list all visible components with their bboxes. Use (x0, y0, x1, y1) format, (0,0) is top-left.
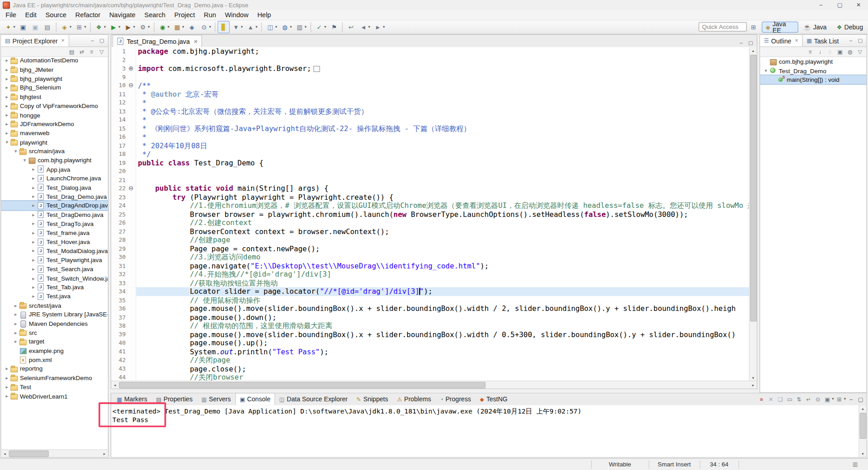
outline-sort-icon[interactable]: ↓ (816, 47, 824, 56)
tree-item-src[interactable]: ▸src (1, 328, 108, 337)
code-line-17[interactable]: 17 * 2024年10月08日 (111, 141, 750, 150)
display-selected-console-button[interactable]: ▣▾ (823, 395, 834, 403)
scroll-right-icon[interactable]: ▸ (750, 381, 757, 389)
tree-item-jdframeworkdemo[interactable]: ▸JDFrameworkDemo (1, 119, 108, 128)
clear-console-icon[interactable]: ▭ (786, 395, 794, 403)
scrollbar-thumb[interactable] (9, 451, 49, 457)
perspective-java[interactable]: ☕Java (799, 22, 831, 33)
code-line-11[interactable]: 11 * @author 北京-宏哥 (111, 90, 750, 99)
tree-item-seleniumframeworkdemo[interactable]: ▸SeleniumFrameworkDemo (1, 373, 108, 382)
save-all-button[interactable]: ▣ (29, 21, 41, 33)
external-tools-button[interactable]: ⚙▾ (137, 21, 151, 33)
code-line-15[interactable]: 15 * 《刚刚问世》系列初窥篇-Java+Playwright自动化测试-22… (111, 124, 750, 133)
tree-expand-icon[interactable]: ▸ (30, 239, 37, 244)
tab-servers[interactable]: ▥Servers (197, 393, 236, 405)
new-servlet-button[interactable]: ⊞▾ (73, 21, 88, 33)
task-button[interactable]: ✓▾ (313, 21, 328, 33)
code-line-27[interactable]: 27 BrowserContext context = browser.newC… (111, 227, 750, 236)
tree-item-app-java[interactable]: ▸App.java (1, 165, 108, 174)
code-line-22[interactable]: 22⊖ public static void main(String[] arg… (111, 184, 750, 193)
tree-item-test-dialog-java[interactable]: ▸Test_Dialog.java (1, 183, 108, 192)
tree-expand-icon[interactable]: ▸ (30, 284, 37, 290)
new-java-ee-project-button[interactable]: ◈▾ (58, 21, 73, 33)
menu-navigate[interactable]: Navigate (105, 10, 140, 19)
tree-expand-icon[interactable]: ▸ (3, 58, 10, 63)
tree-item-test-playwright-java[interactable]: ▸Test_Playwright.java (1, 255, 108, 264)
outline-maximize-icon[interactable]: ▢ (856, 37, 864, 44)
new-java-class-button[interactable]: ◉▾ (156, 21, 171, 33)
menu-window[interactable]: Window (221, 10, 253, 19)
tree-expand-icon[interactable]: ▸ (3, 112, 10, 118)
console-output[interactable]: <terminated> Test_Drag_Demo [Java Applic… (111, 405, 859, 457)
scroll-down-icon[interactable]: ▾ (859, 450, 866, 457)
tree-expand-icon[interactable]: ▸ (30, 248, 37, 254)
tree-item-copy-of-vipframeworkdemo[interactable]: ▸Copy of VipFrameworkDemo (1, 101, 108, 110)
tree-item-test-tab-java[interactable]: ▸Test_Tab.java (1, 282, 108, 291)
create-server-button[interactable]: ▥▾ (293, 21, 308, 33)
tree-expand-icon[interactable]: ▸ (3, 67, 10, 72)
tree-item-com-bjhg-playwright[interactable]: ▾com.bjhg.playwright (1, 155, 108, 164)
console-maximize-icon[interactable]: ▢ (856, 395, 864, 403)
status-cursor-position[interactable]: 34 : 64 (701, 461, 737, 469)
open-type-button[interactable]: ◈ (186, 21, 198, 33)
quick-access-input[interactable]: Quick Access (698, 22, 747, 32)
fold-minus-icon[interactable]: ⊖ (128, 185, 133, 192)
tree-expand-icon[interactable]: ▾ (762, 68, 769, 73)
print-button[interactable]: ▤ (41, 21, 53, 33)
tree-item-target[interactable]: ▸target (1, 337, 108, 346)
tree-expand-icon[interactable]: ▸ (30, 266, 37, 272)
editor-minimize-icon[interactable]: – (737, 39, 745, 47)
outline-minimize-icon[interactable]: – (847, 37, 854, 44)
outline-item-test-drag-demo[interactable]: ▾Test_Drag_Demo (760, 66, 866, 75)
menu-run[interactable]: Run (199, 10, 221, 19)
menu-source[interactable]: Source (41, 10, 71, 19)
open-perspective-button[interactable]: ⊞ (749, 22, 759, 32)
tree-expand-icon[interactable]: ▸ (12, 312, 19, 317)
code-line-2[interactable]: 2 (111, 56, 750, 64)
tree-expand-icon[interactable]: ▸ (3, 85, 10, 90)
tree-item-pom-xml[interactable]: pom.xml (1, 355, 108, 364)
tree-expand-icon[interactable]: ▸ (3, 384, 10, 390)
search-button[interactable]: ⊙▾ (198, 21, 212, 33)
code-line-28[interactable]: 28 //创建page (111, 236, 750, 244)
explorer-minimize-icon[interactable]: – (89, 37, 96, 44)
tree-expand-icon[interactable]: ▸ (30, 175, 37, 181)
outline-view-menu-icon[interactable]: ▽ (856, 47, 864, 56)
view-close-icon[interactable]: ✕ (795, 38, 798, 43)
code-line-30[interactable]: 30 //3.浏览器访问demo (111, 253, 750, 262)
forward-button[interactable]: ►▾ (372, 21, 387, 33)
tree-item-automationtestdemo[interactable]: ▸AutomationTestDemo (1, 56, 108, 65)
code-line-14[interactable]: 14 * (111, 116, 750, 124)
tree-item-src-main-java[interactable]: ▾src/main/java (1, 146, 108, 155)
code-line-44[interactable]: 44 //关闭browser (111, 373, 750, 381)
tree-item-hongge[interactable]: ▸hongge (1, 110, 108, 119)
code-line-31[interactable]: 31 page.navigate("E:\\Desktop\\test\\Mou… (111, 262, 750, 270)
pin-console-icon[interactable]: ⊙ (814, 395, 822, 403)
tree-expand-icon[interactable]: ▸ (30, 293, 37, 299)
open-console-button[interactable]: ⊞▾ (835, 395, 846, 403)
tree-item-launchchrome-java[interactable]: ▸LaunchChrome.java (1, 174, 108, 183)
code-line-41[interactable]: 41 System.out.println("Test Pass"); (111, 347, 750, 356)
scroll-up-icon[interactable]: ▴ (750, 47, 757, 54)
editor-maximize-icon[interactable]: ▢ (747, 39, 755, 47)
tree-expand-icon[interactable]: ▸ (30, 194, 37, 199)
tree-item-test-dragto-java[interactable]: ▸Test_DragTo.java (1, 219, 108, 228)
tree-expand-icon[interactable]: ▸ (3, 121, 10, 127)
tree-expand-icon[interactable]: ▸ (3, 130, 10, 136)
code-line-16[interactable]: 16 * (111, 133, 750, 141)
code-line-25[interactable]: 25 Browser browser = playwright.chromium… (111, 210, 750, 219)
tab-snippets[interactable]: ✎Snippets (352, 393, 393, 405)
perspective-debug[interactable]: ❖Debug (833, 22, 868, 33)
tree-expand-icon[interactable]: ▸ (30, 166, 37, 172)
outline-hide-fields-icon[interactable]: ◌ (826, 47, 834, 56)
word-wrap-icon[interactable]: ↵ (804, 395, 812, 403)
explorer-hscrollbar[interactable]: ◂ ▸ (1, 449, 108, 457)
outline-collapse-all-icon[interactable]: ≡ (806, 47, 814, 56)
code-line-34[interactable]: 34 Locator slider = page.locator("//*[@i… (111, 287, 750, 296)
menu-help[interactable]: Help (253, 10, 275, 19)
bookmark-button[interactable]: ⚑ (328, 21, 340, 33)
close-button[interactable]: ✕ (849, 0, 868, 10)
code-line-35[interactable]: 35 // 使用鼠标滑动操作 (111, 296, 750, 304)
code-line-36[interactable]: 36 page.mouse().move(slider.boundingBox(… (111, 304, 750, 313)
tab-problems[interactable]: ⚠Problems (392, 393, 435, 405)
